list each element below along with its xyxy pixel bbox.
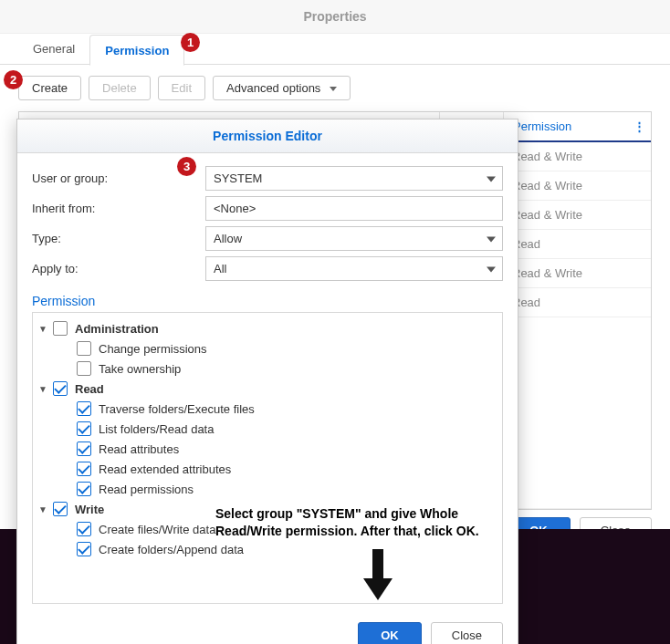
svg-rect-0 bbox=[372, 549, 383, 578]
caret-down-icon bbox=[330, 87, 337, 91]
tree-item-create-folders[interactable]: Create folders/Append data bbox=[77, 539, 498, 559]
modal-footer: OK Close bbox=[17, 613, 518, 644]
checkbox[interactable] bbox=[77, 401, 91, 416]
permission-editor-modal: Permission Editor User or group: SYSTEM … bbox=[16, 119, 518, 644]
checkbox[interactable] bbox=[77, 421, 91, 436]
checkbox-write[interactable] bbox=[53, 502, 68, 516]
perm-cell: Read bbox=[503, 230, 651, 258]
label-type: Type: bbox=[32, 232, 205, 245]
checkbox[interactable] bbox=[77, 361, 91, 376]
chevron-down-icon bbox=[487, 266, 496, 272]
tree-label: Read extended attributes bbox=[99, 462, 231, 476]
permission-section-header: Permission bbox=[17, 290, 518, 312]
arrow-down-icon bbox=[360, 549, 396, 604]
tab-permission[interactable]: Permission bbox=[89, 35, 184, 66]
checkbox[interactable] bbox=[77, 522, 91, 536]
collapse-icon[interactable]: ▼ bbox=[37, 504, 49, 514]
tree-item-read-extended-attributes[interactable]: Read extended attributes bbox=[77, 459, 498, 479]
create-button[interactable]: Create bbox=[18, 76, 81, 100]
tree-label: Create folders/Append data bbox=[99, 543, 244, 556]
advanced-options-button[interactable]: Advanced options bbox=[213, 76, 351, 100]
checkbox[interactable] bbox=[77, 462, 91, 476]
checkbox[interactable] bbox=[77, 341, 91, 356]
tree-item-read-permissions[interactable]: Read permissions bbox=[77, 479, 498, 499]
window-title: Properties bbox=[0, 0, 670, 34]
collapse-icon[interactable]: ▼ bbox=[37, 384, 49, 394]
tree-label: List folders/Read data bbox=[99, 422, 214, 436]
checkbox[interactable] bbox=[77, 441, 91, 456]
tree-item-take-ownership[interactable]: Take ownership bbox=[77, 358, 498, 379]
tree-label: Create files/Write data bbox=[99, 523, 215, 536]
checkbox[interactable] bbox=[77, 542, 91, 556]
annotation-text: Select group "SYSTEM" and give Whole Rea… bbox=[215, 505, 489, 540]
modal-form: User or group: SYSTEM Inherit from: Type… bbox=[17, 153, 518, 290]
label-apply-to: Apply to: bbox=[32, 262, 205, 275]
col-permission-label: Permission bbox=[513, 119, 571, 133]
advanced-options-label: Advanced options bbox=[226, 81, 320, 95]
checkbox[interactable] bbox=[77, 482, 91, 496]
tree-item-list-folders[interactable]: List folders/Read data bbox=[77, 419, 498, 439]
tree-item-change-permissions[interactable]: Change permissions bbox=[77, 338, 498, 358]
tree-group-administration[interactable]: ▼ Administration bbox=[37, 318, 498, 338]
svg-marker-1 bbox=[363, 578, 393, 600]
user-or-group-select[interactable]: SYSTEM bbox=[205, 166, 503, 191]
column-menu-icon[interactable]: ⋮ bbox=[633, 119, 645, 133]
tab-general[interactable]: General bbox=[18, 34, 89, 65]
tree-label: Read attributes bbox=[99, 442, 179, 456]
checkbox-administration[interactable] bbox=[53, 321, 68, 336]
inherit-from-input[interactable] bbox=[205, 196, 503, 221]
col-permission[interactable]: Permission ⋮ bbox=[503, 112, 651, 140]
type-select[interactable]: Allow bbox=[205, 226, 503, 251]
modal-ok-button[interactable]: OK bbox=[358, 622, 422, 644]
tree-label: Change permissions bbox=[99, 342, 207, 356]
tree-label: Write bbox=[75, 503, 104, 516]
collapse-icon[interactable]: ▼ bbox=[37, 324, 49, 334]
tree-label: Read permissions bbox=[99, 483, 194, 496]
tree-label: Administration bbox=[75, 322, 159, 336]
checkbox-read[interactable] bbox=[53, 381, 68, 396]
annotation-badge-1: 1 bbox=[181, 33, 200, 52]
perm-cell: Read & Write bbox=[503, 142, 651, 171]
tab-bar: General Permission bbox=[0, 34, 670, 65]
apply-to-select[interactable]: All bbox=[205, 256, 503, 281]
tree-label: Take ownership bbox=[99, 362, 181, 376]
permission-tree[interactable]: ▼ Administration Change permissions Take… bbox=[32, 312, 503, 604]
chevron-down-icon bbox=[487, 236, 496, 242]
toolbar: Create Delete Edit Advanced options bbox=[0, 65, 670, 111]
tree-item-traverse[interactable]: Traverse folders/Execute files bbox=[77, 399, 498, 419]
delete-button[interactable]: Delete bbox=[89, 76, 151, 100]
modal-close-button[interactable]: Close bbox=[431, 622, 503, 644]
tree-item-read-attributes[interactable]: Read attributes bbox=[77, 439, 498, 459]
perm-cell: Read bbox=[503, 288, 651, 317]
annotation-badge-2: 2 bbox=[4, 70, 23, 89]
edit-button[interactable]: Edit bbox=[158, 76, 205, 100]
label-inherit-from: Inherit from: bbox=[32, 202, 205, 215]
tree-group-read[interactable]: ▼ Read bbox=[37, 379, 498, 399]
modal-title: Permission Editor bbox=[17, 119, 518, 153]
perm-cell: Read & Write bbox=[503, 201, 651, 229]
tree-label: Traverse folders/Execute files bbox=[99, 402, 255, 416]
tree-label: Read bbox=[75, 382, 104, 396]
perm-cell: Read & Write bbox=[503, 259, 651, 287]
annotation-badge-3: 3 bbox=[177, 157, 196, 176]
perm-cell: Read & Write bbox=[503, 171, 651, 200]
chevron-down-icon bbox=[487, 176, 496, 182]
